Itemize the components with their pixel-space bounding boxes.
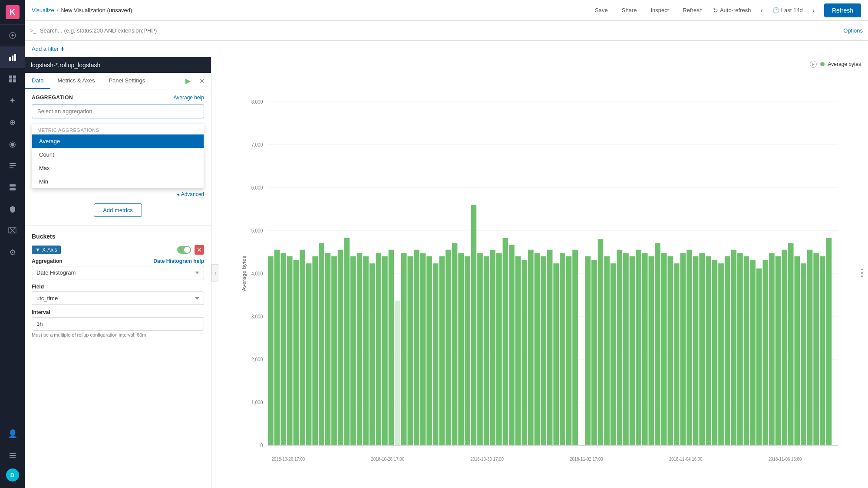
sidebar-item-logs[interactable] <box>0 155 25 177</box>
breadcrumb-visualize-link[interactable]: Visualize <box>32 7 54 13</box>
svg-text:1,000: 1,000 <box>251 399 263 406</box>
refresh-button[interactable]: Refresh <box>679 5 706 15</box>
add-filter-button[interactable]: Add a filter + <box>32 45 65 53</box>
bar-37 <box>503 238 508 445</box>
legend-color-dot <box>820 62 825 66</box>
sidebar-item-apm[interactable]: ◉ <box>0 133 25 155</box>
aggregation-help-link[interactable]: Average help <box>174 95 205 101</box>
body-split: logstash-*,rollup_logstash Data Metrics … <box>25 57 868 488</box>
bar-64 <box>674 263 680 445</box>
sidebar-item-visualize[interactable] <box>0 46 25 68</box>
sidebar-item-dashboard[interactable] <box>0 68 25 90</box>
refresh-main-button[interactable]: Refresh <box>824 3 861 17</box>
field-select[interactable]: utc_time <box>32 291 204 305</box>
buckets-title: Buckets <box>32 233 204 240</box>
bar-17 <box>376 253 381 445</box>
bar-87 <box>820 256 825 445</box>
tab-data[interactable]: Data <box>25 73 50 89</box>
tab-panel-settings[interactable]: Panel Settings <box>102 73 152 89</box>
sidebar-item-ml[interactable]: ⊕ <box>0 111 25 133</box>
legend-toggle-icon[interactable]: ▶ <box>810 61 817 68</box>
svg-text:4,000: 4,000 <box>251 270 263 277</box>
breadcrumb-page-title: New Visualization (unsaved) <box>61 7 132 13</box>
bar-10 <box>331 256 337 445</box>
svg-rect-4 <box>13 75 16 79</box>
bucket-field-row: Field utc_time <box>32 284 204 305</box>
bar-73 <box>731 250 736 445</box>
bar-71 <box>718 263 724 445</box>
close-icon[interactable]: ✕ <box>195 74 211 88</box>
interval-input[interactable] <box>32 317 204 331</box>
dropdown-item-average[interactable]: Average <box>32 134 204 148</box>
sidebar-item-help[interactable] <box>0 445 25 466</box>
bar-28 <box>446 250 451 445</box>
bar-52 <box>598 239 604 445</box>
sidebar: K ⦿ ✦ ⊕ ◉ ⌧ ⚙ 👤 D <box>0 0 25 488</box>
user-avatar: D <box>6 468 19 481</box>
bar-18 <box>382 256 388 445</box>
search-input[interactable] <box>40 27 840 34</box>
bar-59 <box>642 253 648 445</box>
bar-32-spike <box>471 205 477 445</box>
sidebar-item-settings[interactable]: ⚙ <box>0 242 25 263</box>
breadcrumb: Visualize / New Visualization (unsaved) <box>32 7 584 13</box>
aggregation-select[interactable]: Date Histogram <box>32 266 204 279</box>
sidebar-item-canvas[interactable]: ✦ <box>0 90 25 111</box>
sidebar-item-avatar[interactable]: D <box>0 466 25 488</box>
advanced-link-row: ◂ Advanced <box>25 189 211 200</box>
svg-text:2,000: 2,000 <box>251 356 263 363</box>
svg-rect-9 <box>10 167 13 168</box>
svg-text:8,000: 8,000 <box>251 98 263 105</box>
y-axis-label: Average bytes <box>242 256 248 291</box>
options-link[interactable]: Options <box>843 27 863 34</box>
topbar: Visualize / New Visualization (unsaved) … <box>25 0 868 21</box>
filter-bar: Add a filter + <box>25 41 868 57</box>
nav-next-button[interactable]: › <box>810 6 817 15</box>
sidebar-item-infra[interactable] <box>0 177 25 198</box>
bar-70 <box>712 260 718 445</box>
bar-22 <box>407 256 413 445</box>
sidebar-item-devtools[interactable]: ⌧ <box>0 220 25 242</box>
svg-rect-11 <box>10 188 16 190</box>
sidebar-item-user[interactable]: 👤 <box>0 423 25 445</box>
search-bar: >_ Options <box>25 21 868 41</box>
panel-collapse-arrow[interactable]: ‹ <box>211 264 219 282</box>
sidebar-logo[interactable]: K <box>0 0 25 25</box>
panel-index-title: logstash-*,rollup_logstash <box>25 57 211 73</box>
share-button[interactable]: Share <box>618 5 640 15</box>
nav-prev-button[interactable]: ‹ <box>758 6 765 15</box>
advanced-link[interactable]: ◂ Advanced <box>177 191 204 197</box>
dropdown-item-min[interactable]: Min <box>32 175 204 188</box>
svg-text:2018-10-30 17:00: 2018-10-30 17:00 <box>470 456 504 462</box>
interval-label: Interval <box>32 309 204 315</box>
aggregation-input-wrapper <box>32 104 204 118</box>
x-axis-badge[interactable]: ▼ X-Axis <box>32 246 61 254</box>
sidebar-item-discover[interactable]: ⦿ <box>0 25 25 46</box>
x-axis-delete-button[interactable]: ✕ <box>195 245 204 255</box>
sidebar-item-siem[interactable] <box>0 198 25 220</box>
inspect-button[interactable]: Inspect <box>647 5 672 15</box>
dropdown-item-count[interactable]: Count <box>32 148 204 161</box>
tab-metrics-axes[interactable]: Metrics & Axes <box>50 73 102 89</box>
bucket-interval-row: Interval Must be a multiple of rollup co… <box>32 309 204 337</box>
aggregation-input[interactable] <box>32 104 204 118</box>
svg-text:6,000: 6,000 <box>251 184 263 191</box>
bar-46 <box>560 253 565 445</box>
date-histogram-help-link[interactable]: Date Histogram help <box>153 258 204 264</box>
bar-56 <box>623 253 629 445</box>
add-metrics-row: Add metrics <box>25 200 211 224</box>
run-icon[interactable]: ▶ <box>181 73 195 88</box>
x-axis-toggle[interactable] <box>177 246 191 254</box>
chart-legend: ▶ Average bytes <box>211 57 868 68</box>
buckets-section: Buckets ▼ X-Axis ✕ A <box>25 228 211 347</box>
bar-82 <box>788 243 794 445</box>
dropdown-item-max[interactable]: Max <box>32 161 204 175</box>
bar-86 <box>813 253 819 445</box>
bar-79 <box>769 253 775 445</box>
add-metrics-button[interactable]: Add metrics <box>94 203 142 217</box>
auto-refresh-button[interactable]: ↻ Auto-refresh <box>713 7 751 14</box>
save-button[interactable]: Save <box>591 5 611 15</box>
chart-area: ‹ ▶ Average bytes Average bytes <box>211 57 868 488</box>
chevron-down-icon: ▼ <box>35 247 40 253</box>
interval-help-text: Must be a multiple of rollup configurati… <box>32 332 204 337</box>
